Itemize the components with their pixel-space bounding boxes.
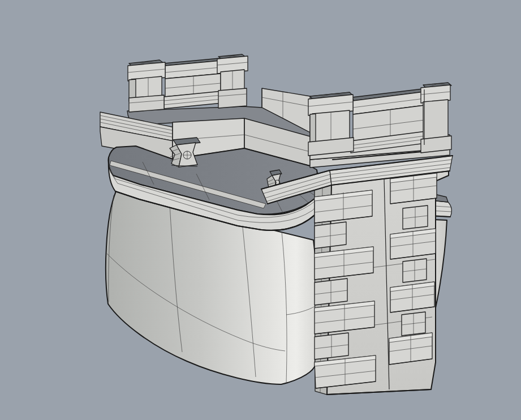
left-parapet[interactable] — [128, 54, 248, 112]
right-parapet[interactable] — [308, 83, 451, 160]
left-parapet-left-post[interactable] — [128, 60, 165, 112]
3d-viewport[interactable] — [0, 0, 521, 420]
model-canvas[interactable] — [0, 0, 521, 420]
right-parapet-left-post[interactable] — [308, 92, 354, 156]
left-parapet-right-post[interactable] — [217, 54, 248, 108]
right-parapet-right-post[interactable] — [421, 83, 451, 153]
